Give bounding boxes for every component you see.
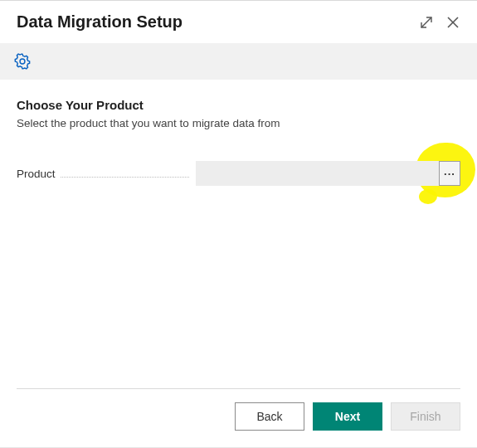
svg-line-0 [421, 17, 431, 27]
highlight-annotation-tail [419, 189, 437, 204]
product-label: Product [17, 168, 61, 180]
content: Choose Your Product Select the product t… [0, 80, 477, 388]
product-input-cell: ··· [196, 161, 460, 186]
ellipsis-icon: ··· [444, 168, 455, 179]
expand-icon[interactable] [419, 15, 434, 30]
lookup-button[interactable]: ··· [439, 161, 460, 186]
product-field-row: Product ··· [17, 161, 460, 186]
next-button[interactable]: Next [313, 402, 382, 431]
gear-icon[interactable] [13, 52, 32, 71]
product-input[interactable] [196, 161, 439, 186]
dotted-leader [61, 169, 189, 178]
toolbar [0, 43, 477, 80]
section-heading: Choose Your Product [17, 98, 460, 112]
finish-button: Finish [391, 402, 460, 431]
close-icon[interactable] [445, 15, 460, 30]
svg-point-3 [20, 59, 25, 64]
footer: Back Next Finish [17, 388, 460, 447]
section-subtitle: Select the product that you want to migr… [17, 117, 460, 129]
header-controls [419, 15, 460, 30]
page-title: Data Migration Setup [17, 12, 183, 32]
back-button[interactable]: Back [235, 402, 304, 431]
dialog: Data Migration Setup [0, 0, 477, 448]
dialog-header: Data Migration Setup [0, 1, 477, 43]
